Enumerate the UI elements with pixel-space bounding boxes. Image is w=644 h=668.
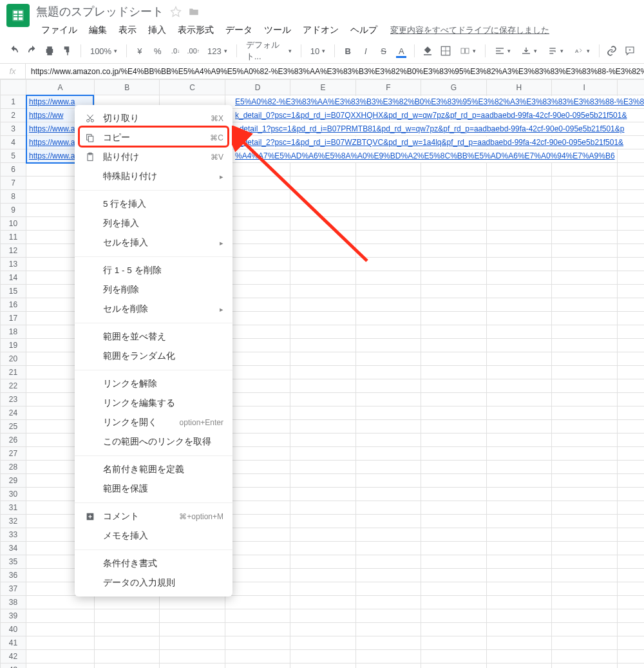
row-header[interactable]: 6: [1, 163, 26, 177]
cm-data-validation[interactable]: データの入力規則: [75, 573, 232, 593]
cell[interactable]: [486, 406, 551, 420]
cell[interactable]: [617, 393, 644, 406]
row-header[interactable]: 16: [1, 298, 26, 312]
cell[interactable]: [355, 515, 421, 528]
cell[interactable]: [486, 244, 551, 258]
cell[interactable]: [290, 555, 355, 569]
cell[interactable]: [617, 542, 644, 555]
cell[interactable]: [486, 298, 551, 312]
cell[interactable]: [225, 623, 290, 636]
row-header[interactable]: 30: [1, 488, 26, 501]
row-header[interactable]: 4: [1, 136, 26, 149]
row-header[interactable]: 11: [1, 231, 26, 244]
cell[interactable]: [95, 636, 160, 650]
cell[interactable]: [552, 528, 617, 542]
row-header[interactable]: 24: [1, 406, 26, 420]
cell[interactable]: [552, 271, 617, 285]
cell[interactable]: [617, 515, 644, 528]
cell[interactable]: [355, 244, 421, 258]
cm-get-link[interactable]: この範囲へのリンクを取得: [75, 432, 232, 452]
number-format-dropdown[interactable]: 123▾: [204, 43, 231, 59]
cm-cut[interactable]: 切り取り ⌘X: [75, 109, 232, 128]
cell[interactable]: [290, 231, 355, 244]
row-header[interactable]: 25: [1, 420, 26, 434]
row-header[interactable]: 41: [1, 636, 26, 650]
cell[interactable]: [617, 663, 644, 669]
borders-button[interactable]: [438, 43, 453, 59]
cell[interactable]: [290, 420, 355, 434]
cell[interactable]: [486, 555, 551, 569]
cm-paste[interactable]: 貼り付け ⌘V: [75, 148, 232, 167]
cell[interactable]: [421, 339, 486, 352]
cell[interactable]: [552, 325, 617, 339]
cell[interactable]: [486, 190, 551, 204]
select-all-corner[interactable]: [1, 80, 26, 95]
cell[interactable]: [355, 582, 421, 596]
cell[interactable]: [617, 258, 644, 271]
cell[interactable]: [290, 393, 355, 406]
zoom-dropdown[interactable]: 100%▾: [86, 43, 121, 59]
cell[interactable]: [421, 325, 486, 339]
cell[interactable]: [290, 582, 355, 596]
cm-delete-col[interactable]: 列を削除: [75, 280, 232, 300]
cell[interactable]: [225, 325, 290, 339]
cell[interactable]: [421, 596, 486, 609]
col-header-F[interactable]: F: [355, 80, 421, 95]
cell[interactable]: [486, 636, 551, 650]
halign-button[interactable]: ▾: [491, 43, 515, 59]
cell[interactable]: [355, 190, 421, 204]
cell[interactable]: [225, 298, 290, 312]
cell[interactable]: [225, 109, 290, 122]
cell[interactable]: [552, 379, 617, 393]
cell[interactable]: [552, 285, 617, 298]
row-header[interactable]: 29: [1, 474, 26, 488]
cm-insert-cells[interactable]: セルを挿入▸: [75, 233, 232, 253]
cell[interactable]: [617, 501, 644, 515]
cell[interactable]: [617, 339, 644, 352]
italic-button[interactable]: I: [358, 43, 374, 59]
cell[interactable]: [26, 596, 95, 609]
row-header[interactable]: 13: [1, 258, 26, 271]
decrease-decimal-button[interactable]: .0↓: [168, 43, 184, 59]
cell[interactable]: [486, 352, 551, 366]
cell[interactable]: [552, 596, 617, 609]
cell[interactable]: [225, 636, 290, 650]
cell[interactable]: [225, 352, 290, 366]
cell[interactable]: [617, 312, 644, 325]
cm-insert-note[interactable]: メモを挿入: [75, 526, 232, 546]
cell[interactable]: [290, 109, 355, 122]
cell[interactable]: [421, 271, 486, 285]
cell[interactable]: [421, 258, 486, 271]
cell[interactable]: [290, 285, 355, 298]
cell[interactable]: [486, 474, 551, 488]
row-header[interactable]: 35: [1, 555, 26, 569]
cell[interactable]: [225, 582, 290, 596]
paint-format-button[interactable]: [60, 43, 75, 59]
undo-button[interactable]: [6, 43, 22, 59]
cell[interactable]: [160, 596, 225, 609]
cell[interactable]: [421, 461, 486, 474]
cell[interactable]: [552, 244, 617, 258]
cell[interactable]: [355, 528, 421, 542]
cell[interactable]: [552, 542, 617, 555]
cell[interactable]: [421, 623, 486, 636]
cell[interactable]: [617, 109, 644, 122]
currency-button[interactable]: ¥: [132, 43, 147, 59]
cell[interactable]: [355, 434, 421, 447]
cell[interactable]: [617, 95, 644, 109]
row-header[interactable]: 1: [1, 95, 26, 109]
font-dropdown[interactable]: デフォルト...▾: [242, 43, 296, 59]
cell[interactable]: [290, 258, 355, 271]
cm-paste-special[interactable]: 特殊貼り付け ▸: [75, 167, 232, 186]
cell[interactable]: [95, 623, 160, 636]
print-button[interactable]: [43, 43, 58, 59]
cell[interactable]: [225, 501, 290, 515]
cell[interactable]: [225, 542, 290, 555]
row-header[interactable]: 42: [1, 650, 26, 663]
cell[interactable]: [355, 501, 421, 515]
cell[interactable]: [355, 217, 421, 231]
cell[interactable]: [225, 95, 290, 109]
folder-icon[interactable]: [188, 6, 200, 17]
cell[interactable]: [355, 461, 421, 474]
cm-unlink[interactable]: リンクを解除: [75, 374, 232, 394]
